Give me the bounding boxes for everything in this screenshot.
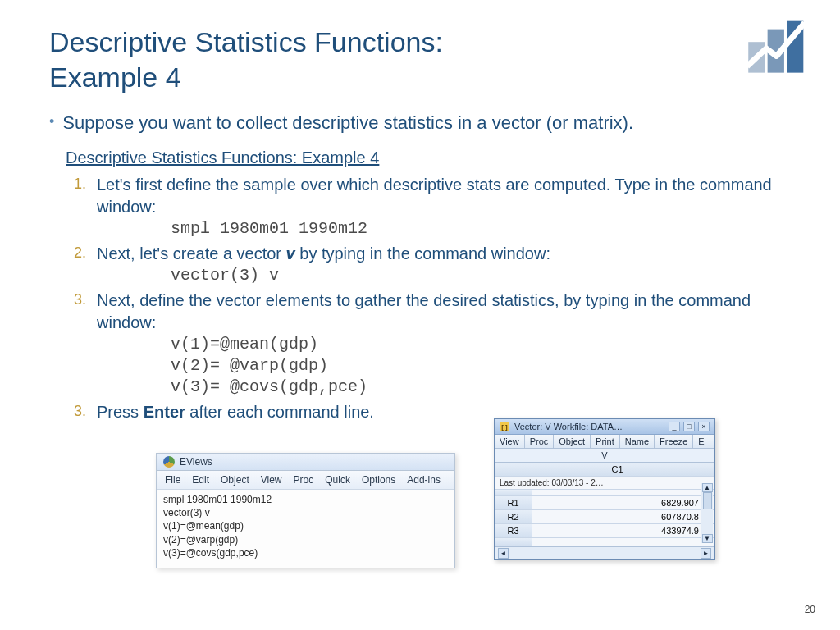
command-line: v(2)=@varp(gdp) xyxy=(163,533,448,546)
scroll-up-icon[interactable]: ▲ xyxy=(702,483,713,492)
step-text: Next, let's create a vector xyxy=(97,244,286,262)
intro-text: Suppose you want to collect descriptive … xyxy=(62,112,633,134)
command-line: smpl 1980m01 1990m12 xyxy=(163,493,448,506)
menu-addins[interactable]: Add-ins xyxy=(407,474,441,486)
code-line: v(2)= @varp(gdp) xyxy=(171,355,791,377)
cell-value[interactable]: 607870.8 xyxy=(532,510,714,523)
title-line2: Example 4 xyxy=(49,62,181,93)
window-title: Vector: V Workfile: DATA… xyxy=(514,422,623,431)
code-line: vector(3) v xyxy=(171,265,791,286)
data-grid: C1 Last updated: 03/03/13 - 2… R1 6829.9… xyxy=(495,463,714,546)
code-line: v(1)=@mean(gdp) xyxy=(171,334,791,355)
table-row: R3 433974.9 xyxy=(495,524,714,538)
scroll-left-icon[interactable]: ◄ xyxy=(498,548,509,559)
code-line: smpl 1980m01 1990m12 xyxy=(171,218,791,240)
tool-object[interactable]: Object xyxy=(554,435,591,448)
window-title: EViews xyxy=(180,456,212,468)
tool-print[interactable]: Print xyxy=(591,435,620,448)
step-text: Press xyxy=(97,403,144,421)
step-num: 3. xyxy=(74,401,86,421)
slide-title: Descriptive Statistics Functions: Exampl… xyxy=(49,25,791,94)
step-num: 2. xyxy=(74,243,86,262)
command-line: v(1)=@mean(gdp) xyxy=(163,519,448,532)
table-row: R1 6829.907 xyxy=(495,496,714,510)
row-label: R3 xyxy=(495,524,532,537)
section-subhead: Descriptive Statistics Functions: Exampl… xyxy=(66,148,791,167)
scroll-down-icon[interactable]: ▼ xyxy=(702,534,713,543)
logo-icon xyxy=(743,16,807,80)
step-text: by typing in the command window: xyxy=(295,244,550,262)
last-updated: Last updated: 03/03/13 - 2… xyxy=(495,477,714,490)
vector-result-window: [ ] Vector: V Workfile: DATA… _ □ × View… xyxy=(494,418,715,560)
enter-key: Enter xyxy=(144,403,185,421)
maximize-button[interactable]: □ xyxy=(683,422,695,431)
title-line1: Descriptive Statistics Functions: xyxy=(49,26,443,57)
toolbar: View Proc Object Print Name Freeze E xyxy=(495,435,714,449)
corner-cell xyxy=(495,463,532,476)
vector-object-icon: [ ] xyxy=(500,422,509,431)
cell-value[interactable]: 433974.9 xyxy=(532,524,714,537)
menu-view[interactable]: View xyxy=(261,474,282,486)
tool-extra[interactable]: E xyxy=(693,435,710,448)
tool-freeze[interactable]: Freeze xyxy=(655,435,693,448)
menu-options[interactable]: Options xyxy=(362,474,395,486)
eviews-command-window: EViews File Edit Object View Proc Quick … xyxy=(156,453,455,568)
object-name: V xyxy=(495,449,714,463)
step-3: 3. Next, define the vector elements to g… xyxy=(74,290,791,398)
minimize-button[interactable]: _ xyxy=(669,422,680,431)
window-titlebar: [ ] Vector: V Workfile: DATA… _ □ × xyxy=(495,419,714,435)
menu-proc[interactable]: Proc xyxy=(294,474,314,486)
row-label: R2 xyxy=(495,510,532,523)
cell-value[interactable]: 6829.907 xyxy=(532,496,714,509)
menu-edit[interactable]: Edit xyxy=(192,474,209,486)
command-line: vector(3) v xyxy=(163,506,448,519)
command-line: v(3)=@covs(gdp,pce) xyxy=(163,546,448,559)
step-num: 1. xyxy=(74,174,86,194)
eviews-app-icon xyxy=(163,456,175,468)
menu-bar: File Edit Object View Proc Quick Options… xyxy=(157,471,454,490)
vector-name: v xyxy=(286,244,295,262)
scroll-thumb[interactable] xyxy=(703,492,712,509)
menu-quick[interactable]: Quick xyxy=(325,474,350,486)
row-label: R1 xyxy=(495,496,532,509)
page-number: 20 xyxy=(805,604,815,615)
vertical-scrollbar[interactable]: ▲ ▼ xyxy=(701,483,713,543)
step-2: 2. Next, let's create a vector v by typi… xyxy=(74,243,791,286)
scroll-right-icon[interactable]: ► xyxy=(701,548,711,559)
command-area[interactable]: smpl 1980m01 1990m12 vector(3) v v(1)=@m… xyxy=(157,490,454,568)
table-row: R2 607870.8 xyxy=(495,510,714,524)
code-line: v(3)= @covs(gdp,pce) xyxy=(171,377,791,398)
tool-name[interactable]: Name xyxy=(620,435,655,448)
tool-view[interactable]: View xyxy=(495,435,525,448)
step-text: Next, define the vector elements to gath… xyxy=(97,291,751,331)
bullet-icon: • xyxy=(49,112,54,131)
step-1: 1. Let's first define the sample over wh… xyxy=(74,174,791,240)
step-text: after each command line. xyxy=(185,403,374,421)
step-text: Let's first define the sample over which… xyxy=(97,176,772,216)
column-header: C1 xyxy=(532,463,714,476)
menu-file[interactable]: File xyxy=(165,474,180,486)
horizontal-scrollbar[interactable]: ◄ ► xyxy=(495,546,714,559)
window-titlebar: EViews xyxy=(157,454,454,471)
close-button[interactable]: × xyxy=(698,422,710,431)
step-num: 3. xyxy=(74,290,86,309)
tool-proc[interactable]: Proc xyxy=(525,435,555,448)
menu-object[interactable]: Object xyxy=(221,474,249,486)
